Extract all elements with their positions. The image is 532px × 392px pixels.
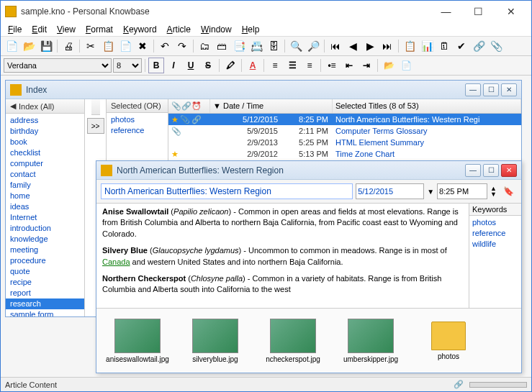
find-icon[interactable]: 🔍 xyxy=(288,38,304,54)
menu-keyword[interactable]: Keyword xyxy=(119,23,161,36)
article-keyword-item[interactable]: reference xyxy=(472,228,518,239)
tb-icon-e[interactable]: 🗄 xyxy=(266,38,281,54)
delete-icon[interactable]: ✖ xyxy=(135,38,150,54)
spellcheck-icon[interactable]: ✔ xyxy=(454,38,469,54)
keyword-item[interactable]: knowledge xyxy=(6,234,84,245)
maximize-button[interactable]: ☐ xyxy=(462,1,495,22)
article-date-input[interactable] xyxy=(356,183,424,199)
nav-last-icon[interactable]: ⏭ xyxy=(379,38,395,54)
keyword-item[interactable]: introduction xyxy=(6,223,84,234)
article-close-button[interactable]: ✕ xyxy=(501,164,517,177)
link-tool-icon[interactable]: 🔗 xyxy=(471,38,487,54)
tb-icon-i[interactable]: 🗓 xyxy=(436,38,452,54)
menu-format[interactable]: Format xyxy=(81,23,117,36)
selected-keyword-item[interactable]: reference xyxy=(107,125,168,136)
ft-icon-a[interactable]: 📂 xyxy=(381,58,397,73)
tb-icon-a[interactable]: 🗂 xyxy=(197,38,212,54)
undo-icon[interactable]: ↶ xyxy=(157,38,173,54)
copy-icon[interactable]: 📋 xyxy=(100,38,116,54)
font-family-select[interactable]: Verdana xyxy=(4,58,112,73)
article-time-input[interactable] xyxy=(437,183,487,199)
bullets-icon[interactable]: •≡ xyxy=(324,58,340,73)
article-max-button[interactable]: ☐ xyxy=(483,164,499,177)
attachment-item[interactable]: silveryblue.jpg xyxy=(183,319,248,363)
italic-button[interactable]: I xyxy=(166,58,181,73)
article-content[interactable]: Anise Swallowtail (Papilio zelicaon) - C… xyxy=(96,204,469,308)
paste-icon[interactable]: 📄 xyxy=(117,38,133,54)
redo-icon[interactable]: ↷ xyxy=(174,38,190,54)
index-col1-header[interactable]: ◀ Index (All) xyxy=(6,99,84,114)
keyword-item[interactable]: book xyxy=(6,137,84,147)
menu-file[interactable]: File xyxy=(4,23,26,36)
index-close-button[interactable]: ✕ xyxy=(501,83,517,96)
tb-icon-c[interactable]: 📑 xyxy=(231,38,247,54)
date-dropdown-icon[interactable]: ▼ xyxy=(427,188,434,196)
index-min-button[interactable]: — xyxy=(465,83,481,96)
close-button[interactable]: ✕ xyxy=(495,1,527,22)
print-icon[interactable]: 🖨 xyxy=(60,38,76,54)
keyword-item[interactable]: birthday xyxy=(6,126,84,137)
tb-icon-d[interactable]: 📇 xyxy=(248,38,264,54)
index-titlebar[interactable]: Index — ☐ ✕ xyxy=(6,81,521,99)
article-keyword-item[interactable]: photos xyxy=(472,217,518,228)
article-title-input[interactable] xyxy=(101,183,353,199)
status-slider-icon[interactable] xyxy=(469,382,527,388)
attachment-item[interactable]: photos xyxy=(416,322,481,360)
icon-cols-header[interactable]: 📎🔗⏰ xyxy=(168,99,210,113)
tb-icon-f[interactable]: 🔎 xyxy=(305,38,321,54)
keyword-item[interactable]: address xyxy=(6,115,84,126)
menu-view[interactable]: View xyxy=(53,23,80,36)
keyword-item[interactable]: meeting xyxy=(6,245,84,255)
tb-icon-b[interactable]: 🗃 xyxy=(214,38,230,54)
strike-button[interactable]: S xyxy=(200,58,216,73)
title-row[interactable]: ★📎🔗5/12/20158:25 PMNorth American Butter… xyxy=(168,114,521,125)
seltitles-header[interactable]: Selected Titles (8 of 53) xyxy=(333,99,521,113)
attachment-item[interactable]: umberskipper.jpg xyxy=(338,319,403,363)
highlight-icon[interactable]: 🖍 xyxy=(222,58,238,73)
font-size-select[interactable]: 8 xyxy=(113,58,142,73)
outdent-icon[interactable]: ⇤ xyxy=(341,58,357,73)
keyword-item[interactable]: research xyxy=(6,298,84,309)
title-row[interactable]: ★2/9/20125:13 PMTime Zone Chart xyxy=(168,148,521,160)
minimize-button[interactable]: — xyxy=(430,1,462,22)
selected-keyword-item[interactable]: photos xyxy=(107,114,168,125)
ft-icon-b[interactable]: 📄 xyxy=(398,58,414,73)
font-color-icon[interactable]: A xyxy=(245,58,261,73)
attachments-strip[interactable]: aniseswallowtail.jpgsilveryblue.jpgnchec… xyxy=(96,308,521,373)
menu-edit[interactable]: Edit xyxy=(27,23,51,36)
tb-icon-g[interactable]: 📋 xyxy=(402,38,418,54)
cut-icon[interactable]: ✂ xyxy=(83,38,99,54)
index-max-button[interactable]: ☐ xyxy=(483,83,499,96)
menu-article[interactable]: Article xyxy=(163,23,195,36)
menu-window[interactable]: Window xyxy=(197,23,236,36)
keyword-item[interactable]: recipe xyxy=(6,277,84,288)
keyword-item[interactable]: report xyxy=(6,288,84,298)
nav-next-icon[interactable]: ▶ xyxy=(362,38,378,54)
attachment-item[interactable]: aniseswallowtail.jpg xyxy=(105,319,170,363)
new-icon[interactable]: 📄 xyxy=(4,38,19,54)
article-keywords-list[interactable]: photosreferencewildlife xyxy=(469,216,521,308)
index-keyword-list[interactable]: addressbirthdaybookchecklistcomputercont… xyxy=(6,114,84,316)
article-min-button[interactable]: — xyxy=(465,164,481,177)
keyword-item[interactable]: checklist xyxy=(6,147,84,158)
keyword-item[interactable]: Internet xyxy=(6,212,84,223)
align-center-icon[interactable]: ☰ xyxy=(284,58,300,73)
keyword-tool-icon[interactable]: 🔖 xyxy=(500,183,517,200)
bold-button[interactable]: B xyxy=(148,58,164,73)
title-row[interactable]: 📎5/9/20152:11 PMComputer Terms Glossary xyxy=(168,125,521,137)
align-left-icon[interactable]: ≡ xyxy=(267,58,283,73)
keyword-item[interactable]: quote xyxy=(6,266,84,277)
keyword-item[interactable]: sample form xyxy=(6,309,84,316)
keyword-item[interactable]: procedure xyxy=(6,255,84,266)
article-titlebar[interactable]: North American Butterflies: Western Regi… xyxy=(96,161,521,180)
tb-icon-h[interactable]: 📊 xyxy=(419,38,435,54)
tb-icon-j[interactable]: 📎 xyxy=(488,38,504,54)
attachment-item[interactable]: ncheckerspot.jpg xyxy=(261,319,325,363)
move-right-button[interactable]: >> xyxy=(87,118,104,134)
keyword-item[interactable]: ideas xyxy=(6,201,84,212)
nav-first-icon[interactable]: ⏮ xyxy=(328,38,343,54)
menu-help[interactable]: Help xyxy=(238,23,264,36)
underline-button[interactable]: U xyxy=(183,58,199,73)
datetime-header[interactable]: ▼ Date / Time xyxy=(210,99,333,113)
save-icon[interactable]: 💾 xyxy=(38,38,54,54)
